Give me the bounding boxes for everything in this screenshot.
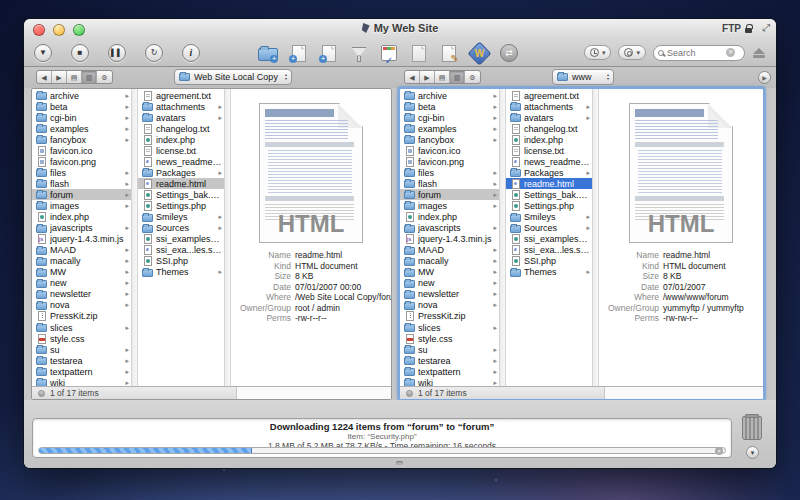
horizontal-scrollbar[interactable] [605, 387, 763, 399]
file-row[interactable]: ssi_exa...les.shtml [506, 245, 592, 256]
file-row[interactable]: Packages▸ [138, 167, 224, 178]
stop-button[interactable]: ■ [71, 44, 89, 62]
file-row[interactable]: ssi_examples.php [138, 234, 224, 245]
info-button[interactable]: i [182, 44, 200, 62]
search-input[interactable] [667, 48, 723, 58]
file-row[interactable]: flash▸ [400, 178, 499, 189]
file-row[interactable]: ssi_examples.php [506, 234, 592, 245]
file-row[interactable]: MW▸ [32, 267, 131, 278]
file-row[interactable]: jquery-1.4.3.min.js [32, 234, 131, 245]
file-row[interactable]: javascripts▸ [400, 223, 499, 234]
web-badge-button[interactable]: W [468, 43, 490, 63]
fullscreen-icon[interactable]: ⤢ [762, 22, 770, 34]
file-row[interactable]: images▸ [32, 200, 131, 211]
file-row[interactable]: index.php [138, 134, 224, 145]
file-row[interactable]: Settings_bak.php [138, 189, 224, 200]
file-row[interactable]: SSI.php [506, 256, 592, 267]
file-row[interactable]: readme.html [506, 178, 592, 189]
list-view-button[interactable]: ▤ [67, 71, 82, 83]
file-row[interactable]: examples▸ [400, 123, 499, 134]
file-row[interactable]: MAAD▸ [400, 245, 499, 256]
scrollbar[interactable] [131, 89, 138, 386]
file-row[interactable]: macally▸ [400, 256, 499, 267]
file-row[interactable]: readme.html [138, 178, 224, 189]
file-row[interactable]: textpattern▸ [32, 366, 131, 377]
file-row[interactable]: Packages▸ [506, 167, 592, 178]
actions-dropdown-button[interactable]: ▾ [618, 45, 646, 60]
file-row[interactable]: Themes▸ [138, 267, 224, 278]
resize-grip[interactable] [396, 461, 403, 465]
tasks-button[interactable]: ✓ [378, 43, 400, 63]
forward-button[interactable]: ▶ [52, 71, 67, 83]
file-row[interactable]: ssi_exa...les.shtml [138, 245, 224, 256]
trash-icon[interactable] [742, 416, 762, 440]
file-row[interactable]: nova▸ [400, 300, 499, 311]
file-row[interactable]: archive▸ [32, 90, 131, 101]
scrollbar[interactable] [592, 89, 599, 386]
file-row[interactable]: cgi-bin▸ [32, 112, 131, 123]
search-field[interactable]: ✕ [653, 45, 745, 61]
file-row[interactable]: Smileys▸ [138, 212, 224, 223]
file-row[interactable]: wiki▸ [400, 377, 499, 386]
file-row[interactable]: license.txt [506, 145, 592, 156]
back-button[interactable]: ◀ [37, 71, 52, 83]
scrollbar[interactable] [224, 89, 231, 386]
new-file-button[interactable] [288, 43, 310, 63]
file-row[interactable]: favicon.ico [32, 145, 131, 156]
file-row[interactable]: favicon.ico [400, 145, 499, 156]
file-row[interactable]: Settings.php [506, 200, 592, 211]
file-row[interactable]: PressKit.zip [32, 311, 131, 322]
pane-gear-button[interactable]: ⚙ [97, 71, 112, 83]
file-row[interactable]: beta▸ [32, 101, 131, 112]
file-row[interactable]: favicon.png [32, 156, 131, 167]
file-row[interactable]: changelog.txt [138, 123, 224, 134]
file-row[interactable]: fancybox▸ [32, 134, 131, 145]
file-row[interactable]: nova▸ [32, 300, 131, 311]
eject-button[interactable] [752, 48, 766, 58]
file-row[interactable]: archive▸ [400, 90, 499, 101]
file-row[interactable]: fancybox▸ [400, 134, 499, 145]
file-row[interactable]: index.php [506, 134, 592, 145]
file-row[interactable]: images▸ [400, 200, 499, 211]
cancel-transfer-icon[interactable]: ✕ [715, 447, 723, 455]
file-row[interactable]: flash▸ [32, 178, 131, 189]
connect-play-button[interactable]: ▶ [758, 71, 771, 84]
back-button[interactable]: ◀ [405, 71, 420, 83]
edit-file-button[interactable] [438, 43, 460, 63]
file-row[interactable]: forum▸ [400, 189, 499, 200]
file-row[interactable]: new▸ [400, 278, 499, 289]
file-row[interactable]: index.php [32, 212, 131, 223]
refresh-button[interactable]: ↻ [145, 44, 163, 62]
file-row[interactable]: jquery-1.4.3.min.js [400, 234, 499, 245]
file-row[interactable]: index.php [400, 212, 499, 223]
file-row[interactable]: files▸ [400, 167, 499, 178]
duplicate-file-button[interactable] [318, 43, 340, 63]
file-row[interactable]: Settings.php [138, 200, 224, 211]
file-row[interactable]: favicon.png [400, 156, 499, 167]
file-row[interactable]: beta▸ [400, 101, 499, 112]
sync-button[interactable]: ⇄ [498, 43, 520, 63]
file-row[interactable]: Smileys▸ [506, 212, 592, 223]
discard-file-button[interactable] [408, 43, 430, 63]
file-row[interactable]: slices▸ [32, 322, 131, 333]
column-view-button[interactable]: ▥ [82, 71, 97, 83]
file-row[interactable]: Sources▸ [138, 223, 224, 234]
file-row[interactable]: forum▸ [32, 189, 131, 200]
scrollbar[interactable] [499, 89, 506, 386]
file-row[interactable]: style.css [400, 333, 499, 344]
file-row[interactable]: style.css [32, 333, 131, 344]
list-view-button[interactable]: ▤ [435, 71, 450, 83]
file-row[interactable]: avatars▸ [138, 112, 224, 123]
file-row[interactable]: license.txt [138, 145, 224, 156]
file-row[interactable]: MW▸ [400, 267, 499, 278]
new-folder-button[interactable] [258, 43, 280, 63]
filter-button[interactable] [348, 43, 370, 63]
transfer-queue-button[interactable]: ▼ [746, 446, 759, 459]
file-row[interactable]: testarea▸ [400, 355, 499, 366]
file-row[interactable]: agreement.txt [138, 90, 224, 101]
file-row[interactable]: agreement.txt [506, 90, 592, 101]
file-row[interactable]: javascripts▸ [32, 223, 131, 234]
left-path-select[interactable]: Web Site Local Copy ▴▾ [174, 69, 292, 85]
file-row[interactable]: wiki▸ [32, 377, 131, 386]
file-row[interactable]: changelog.txt [506, 123, 592, 134]
